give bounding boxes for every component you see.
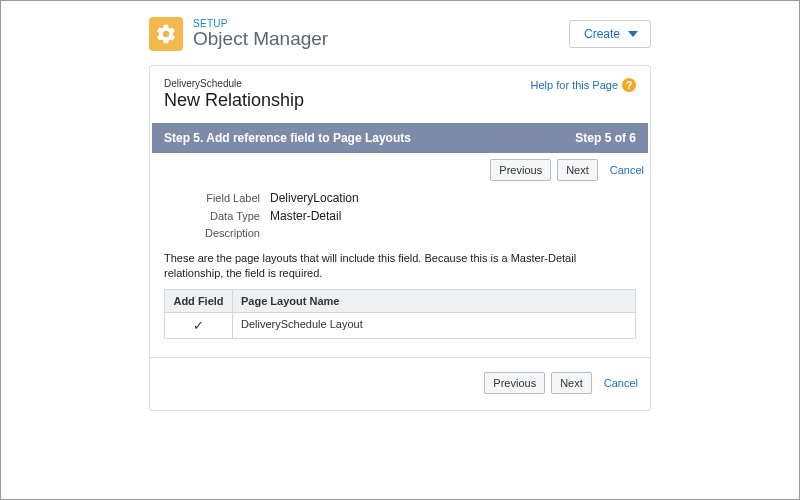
field-info-block: Field Label DeliveryLocation Data Type M… (164, 189, 636, 241)
field-row-description: Description (164, 225, 636, 241)
help-link[interactable]: Help for this Page ? (531, 78, 636, 92)
next-button[interactable]: Next (557, 159, 598, 181)
table-row: ✓ DeliverySchedule Layout (165, 313, 635, 338)
page-title: New Relationship (164, 90, 304, 111)
add-field-cell: ✓ (165, 313, 233, 338)
previous-button-bottom[interactable]: Previous (484, 372, 545, 394)
field-row-label: Field Label DeliveryLocation (164, 189, 636, 207)
step-title: Step 5. Add reference field to Page Layo… (164, 131, 411, 145)
description-label: Description (164, 227, 260, 239)
create-button[interactable]: Create (569, 20, 651, 48)
object-breadcrumb: DeliverySchedule (164, 78, 304, 89)
button-row-bottom: Previous Next Cancel (162, 372, 638, 394)
layout-name-cell: DeliverySchedule Layout (233, 313, 635, 338)
table-header: Add Field Page Layout Name (165, 290, 635, 313)
setup-header: SETUP Object Manager Create (149, 11, 651, 61)
help-icon: ? (622, 78, 636, 92)
data-type-label: Data Type (164, 210, 260, 222)
data-type-value: Master-Detail (270, 209, 636, 223)
next-button-bottom[interactable]: Next (551, 372, 592, 394)
object-manager-title: Object Manager (193, 29, 328, 50)
check-icon: ✓ (193, 318, 204, 333)
col-add-header: Add Field (165, 290, 233, 312)
header-left: SETUP Object Manager (149, 17, 328, 51)
field-row-datatype: Data Type Master-Detail (164, 207, 636, 225)
cancel-link[interactable]: Cancel (610, 164, 644, 176)
step-progress: Step 5 of 6 (575, 131, 636, 145)
field-label-value: DeliveryLocation (270, 191, 636, 205)
layout-table: Add Field Page Layout Name ✓ DeliverySch… (164, 289, 636, 339)
caret-down-icon (628, 31, 638, 37)
page-heading-block: DeliverySchedule New Relationship (164, 78, 304, 111)
gear-icon (149, 17, 183, 51)
help-link-text: Help for this Page (531, 79, 618, 91)
wizard-panel: DeliverySchedule New Relationship Help f… (149, 65, 651, 411)
field-label-label: Field Label (164, 192, 260, 204)
cancel-link-bottom[interactable]: Cancel (604, 377, 638, 389)
previous-button[interactable]: Previous (490, 159, 551, 181)
create-button-label: Create (584, 27, 620, 41)
col-name-header: Page Layout Name (233, 290, 635, 312)
layout-note: These are the page layouts that will inc… (164, 251, 636, 281)
button-row-top: Previous Next Cancel (156, 159, 644, 181)
step-bar: Step 5. Add reference field to Page Layo… (152, 123, 648, 153)
header-titles: SETUP Object Manager (193, 18, 328, 50)
panel-header: DeliverySchedule New Relationship Help f… (150, 66, 650, 123)
panel-footer: Previous Next Cancel (150, 357, 650, 410)
